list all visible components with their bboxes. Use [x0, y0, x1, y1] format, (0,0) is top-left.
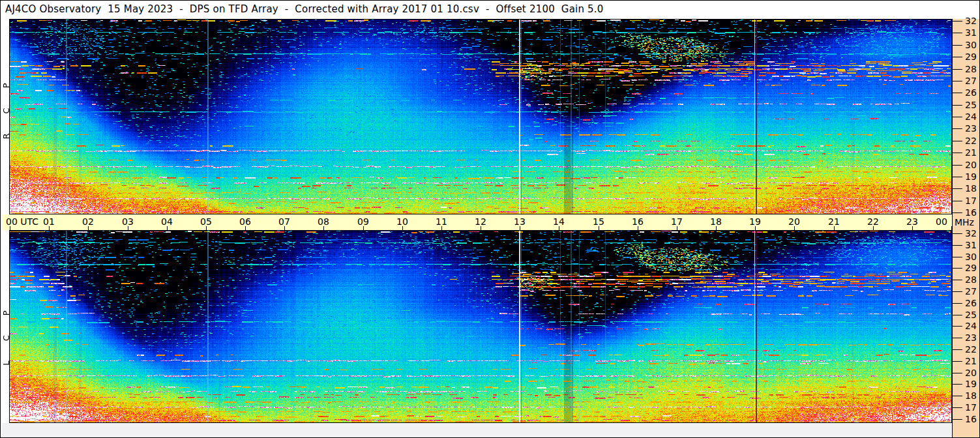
time-label: 00	[936, 216, 947, 227]
freq-label: 18	[965, 183, 977, 194]
freq-label: 25	[965, 310, 977, 320]
freq-label: 30	[965, 252, 977, 262]
freq-tick	[953, 349, 962, 350]
freq-label: 22	[965, 136, 977, 146]
freq-tick	[953, 105, 962, 106]
time-label: 10	[396, 216, 408, 227]
freq-tick	[953, 165, 962, 166]
freq-label: 25	[965, 100, 977, 110]
freq-tick	[953, 315, 962, 315]
freq-tick	[953, 128, 962, 129]
time-label: 15	[593, 216, 604, 227]
time-label: 22	[867, 216, 879, 227]
time-label: 07	[278, 216, 290, 227]
freq-label: 29	[965, 51, 977, 62]
freq-label: 17	[965, 196, 977, 206]
freq-label: 23	[965, 123, 977, 134]
freq-label: 18	[965, 390, 977, 401]
time-label: 13	[514, 216, 526, 227]
spectrogram-rcp	[9, 19, 952, 214]
freq-tick	[953, 268, 962, 269]
freq-tick	[953, 93, 962, 93]
time-label: 08	[318, 216, 329, 227]
freq-tick	[953, 291, 962, 292]
freq-tick	[953, 57, 962, 57]
freq-label: 20	[965, 368, 977, 378]
freq-tick	[953, 201, 962, 201]
freq-label: 31	[965, 240, 977, 250]
freq-label: 21	[965, 147, 977, 158]
time-axis: 00 UTC0102030405060708091011121314151617…	[2, 214, 952, 230]
freq-tick	[953, 141, 962, 141]
freq-label: 26	[965, 87, 977, 98]
freq-label: 16	[965, 414, 977, 424]
frequency-axis: 3231302928272625242322212019181716323130…	[952, 19, 980, 438]
freq-tick	[953, 361, 962, 362]
time-label: 23	[906, 216, 918, 227]
freq-label: 17	[965, 402, 977, 413]
page-title: AJ4CO Observatory 15 May 2023 - DPS on T…	[5, 3, 604, 15]
freq-label: 19	[965, 379, 977, 389]
freq-tick	[953, 245, 962, 246]
freq-label: 24	[965, 111, 977, 122]
time-label: 05	[200, 216, 212, 227]
freq-tick	[953, 33, 962, 33]
freq-tick	[953, 153, 962, 153]
frequency-unit-label: MHz	[955, 217, 974, 227]
freq-tick	[953, 81, 962, 81]
time-label: 04	[161, 216, 173, 227]
time-label: 09	[357, 216, 369, 227]
freq-label: 28	[965, 64, 977, 74]
freq-label: 29	[965, 263, 977, 273]
time-label: 00 UTC	[6, 216, 38, 227]
freq-label: 31	[965, 27, 977, 38]
freq-label: 28	[965, 274, 977, 285]
time-label: 17	[671, 216, 683, 227]
freq-tick	[953, 373, 962, 373]
time-label: 16	[632, 216, 644, 227]
freq-tick	[953, 396, 962, 396]
time-label: 18	[710, 216, 722, 227]
freq-tick	[953, 21, 962, 22]
freq-tick	[953, 233, 962, 234]
time-label: 06	[239, 216, 251, 227]
freq-tick	[953, 117, 962, 117]
freq-tick	[953, 280, 962, 280]
time-label: 11	[436, 216, 447, 227]
time-label: 01	[43, 216, 55, 227]
bottom-margin	[2, 423, 952, 437]
freq-tick	[953, 69, 962, 70]
freq-tick	[953, 177, 962, 177]
time-label: 02	[82, 216, 94, 227]
freq-tick	[953, 407, 962, 408]
title-bar: AJ4CO Observatory 15 May 2023 - DPS on T…	[1, 1, 979, 18]
freq-tick	[953, 188, 962, 189]
time-label: 21	[828, 216, 840, 227]
freq-label: 24	[965, 321, 977, 331]
freq-label: 30	[965, 40, 977, 50]
freq-tick	[953, 303, 962, 304]
freq-tick	[953, 384, 962, 385]
polarization-label-lcp: L C P	[1, 282, 12, 386]
spectrogram-lcp	[9, 230, 952, 423]
freq-label: 27	[965, 76, 977, 86]
polarization-label-rcp: R C P	[1, 55, 12, 159]
time-label: 03	[122, 216, 134, 227]
freq-tick	[953, 257, 962, 257]
time-label: 19	[749, 216, 761, 227]
time-label: 12	[475, 216, 486, 227]
freq-label: 16	[965, 207, 977, 218]
freq-label: 32	[965, 228, 977, 239]
freq-label: 20	[965, 160, 977, 170]
freq-tick	[953, 45, 962, 46]
freq-label: 21	[965, 356, 977, 366]
freq-label: 19	[965, 171, 977, 182]
app-window: AJ4CO Observatory 15 May 2023 - DPS on T…	[0, 0, 980, 438]
freq-tick	[953, 212, 962, 213]
freq-tick	[953, 326, 962, 327]
freq-label: 32	[965, 16, 977, 26]
freq-label: 22	[965, 344, 977, 355]
freq-tick	[953, 419, 962, 420]
time-label: 20	[788, 216, 800, 227]
freq-label: 23	[965, 332, 977, 343]
